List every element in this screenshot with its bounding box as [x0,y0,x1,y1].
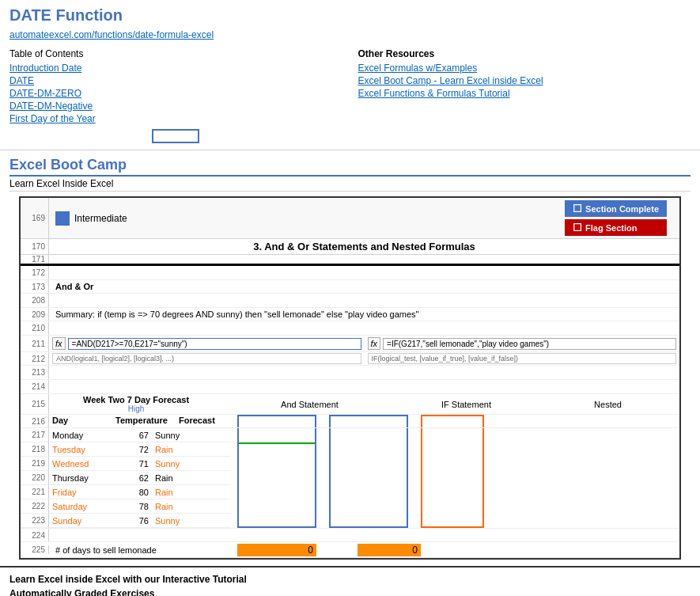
row-217-forecast: Sunny [152,431,215,440]
if-chart-top [329,415,408,427]
chart-label-and: And Statement [281,400,339,409]
row-num-220: 220 [21,471,49,485]
resource-link-1[interactable]: Excel Formulas w/Examples [358,63,691,74]
toc-heading: Table of Contents [9,48,342,59]
row-num-215: 215 [21,394,49,414]
row-num-221: 221 [21,485,49,499]
flag-section-label: Flag Section [585,223,637,233]
toc-left: Table of Contents Introduction Date DATE… [9,48,342,146]
row-num-219: 219 [21,457,49,471]
row-218-day: Tuesday [49,445,112,454]
page-title: DATE Function [9,6,691,25]
row-221-day: Friday [49,488,112,497]
and-statement-chart [237,428,316,528]
formula-1-hint: AND(logical1, [logical2], [logical3], ..… [52,353,361,364]
formula-bar-1: fx =AND(D217>=70,E217="sunny") [52,337,361,350]
row-num-170: 170 [21,239,49,254]
row-num-222: 222 [21,499,49,514]
if-statement-chart [329,428,408,528]
row-219-day: Wednesd [49,459,112,469]
excel-window: 169 Intermediate ☐ Section Complete ☐ Fl… [19,196,681,560]
top-section: DATE Function automateexcel.com/function… [0,0,700,146]
lemonade-value-1: 0 [237,544,316,556]
row-222-day: Saturday [49,502,112,511]
checkbox-complete-icon: ☐ [573,203,582,214]
high-label: High [55,404,217,413]
row-num-208: 208 [21,294,49,307]
row-num-171: 171 [21,255,49,264]
formula-bar-2: fx =IF(G217,"sell lemonade","play video … [368,337,677,350]
resource-link-2[interactable]: Excel Boot Camp - Learn Excel inside Exc… [358,75,691,86]
row-num-211: 211 [21,336,49,351]
flag-section-button[interactable]: ☐ Flag Section [565,219,667,236]
fx-icon-2: fx [368,337,381,350]
bottom-item-1: Learn Excel inside Excel with our Intera… [9,572,691,587]
toc-link-firstday[interactable]: First Day of the Year [9,113,342,124]
col-day: Day [49,415,112,427]
row-num-217: 217 [21,428,49,442]
checkbox-flag-icon: ☐ [573,222,582,233]
lemonade-value-2: 0 [358,544,421,556]
toc-link-dmneg[interactable]: DATE-DM-Negative [9,101,342,112]
row-num-225: 225 [21,545,49,554]
toc-area: Table of Contents Introduction Date DATE… [9,48,691,146]
row-num-224: 224 [21,529,49,541]
nested-chart-top [421,415,484,427]
row-221-forecast: Rain [152,488,215,497]
formula-2-text: =IF(G217,"sell lemonade","play video gam… [383,338,676,350]
bootcamp-subtitle: Learn Excel Inside Excel [9,175,691,192]
toc-link-dmzero[interactable]: DATE-DM-ZERO [9,88,342,99]
week-title: Week Two 7 Day Forecast [55,395,217,404]
other-resources: Other Resources Excel Formulas w/Example… [342,48,691,146]
section-title: 3. And & Or Statements and Nested Formul… [55,241,673,252]
row-num-223: 223 [21,514,49,528]
row-219-forecast: Sunny [152,459,215,469]
row-223-forecast: Sunny [152,516,215,526]
formula-1-text: =AND(D217>=70,E217="sunny") [68,338,361,350]
row-222-forecast: Rain [152,502,215,511]
toc-link-date[interactable]: DATE [9,75,342,86]
row-num-169: 169 [21,198,49,238]
row-223-temp: 76 [112,516,152,526]
lemonade-label: # of days to sell lemonade [49,545,231,556]
url-link[interactable]: automateexcel.com/functions/date-formula… [9,29,214,40]
row-223-day: Sunday [49,516,112,526]
other-resources-heading: Other Resources [358,48,691,59]
row-218-temp: 72 [112,445,152,454]
col-forecast: Forecast [176,415,231,427]
row-220-forecast: Rain [152,473,215,483]
bottom-item-2: Automatically Graded Exercises [9,587,691,596]
bootcamp-section: Excel Boot Camp Learn Excel Inside Excel… [0,154,700,566]
divider-1 [0,150,700,150]
intermediate-label: Intermediate [74,213,127,224]
selected-cell-row [9,129,342,143]
row-num-213: 213 [21,366,49,379]
and-or-label: And & Or [49,280,679,293]
nested-chart [421,428,484,528]
summary-text: Summary: if (temp is => 70 degrees AND s… [49,308,679,321]
row-217-temp: 67 [112,431,152,440]
row-221-temp: 80 [112,488,152,497]
row-num-210: 210 [21,321,49,335]
row-num-218: 218 [21,442,49,457]
row-num-214: 214 [21,380,49,393]
and-chart-line [239,442,315,444]
selected-cell[interactable] [152,129,199,143]
row-num-172: 172 [21,266,49,279]
bootcamp-title: Excel Boot Camp [9,157,691,173]
section-complete-label: Section Complete [585,204,659,214]
resource-link-3[interactable]: Excel Functions & Formulas Tutorial [358,88,691,99]
row-220-temp: 62 [112,473,152,483]
title-function: Function [51,6,123,24]
row-num-173: 173 [21,280,49,293]
row-219-temp: 71 [112,459,152,469]
title-date: DATE [9,6,51,24]
section-complete-button[interactable]: ☐ Section Complete [565,200,667,217]
col-temp: Temperature [112,415,176,427]
row-num-209: 209 [21,308,49,321]
row-218-forecast: Rain [152,445,215,454]
bottom-section: Learn Excel inside Excel with our Intera… [0,566,700,596]
blue-badge [55,211,70,226]
row-num-212: 212 [21,352,49,365]
toc-link-intro[interactable]: Introduction Date [9,63,342,74]
